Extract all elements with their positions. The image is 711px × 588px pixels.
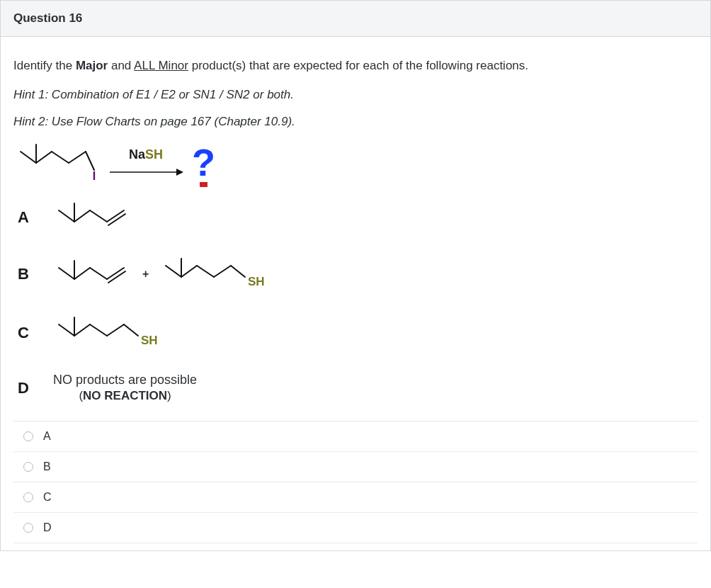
svg-line-31 — [124, 324, 138, 336]
svg-line-26 — [59, 324, 74, 336]
choice-A-content — [53, 199, 131, 234]
choice-C: C SH — [18, 313, 698, 352]
no-reaction-line2: (NO REACTION) — [53, 388, 197, 404]
choice-letter: A — [18, 205, 53, 229]
svg-line-17 — [90, 268, 107, 279]
radio-icon[interactable] — [23, 431, 33, 441]
reagent-na: Na — [129, 147, 145, 162]
choice-B: B + — [18, 254, 698, 293]
alkene-structure — [53, 256, 131, 292]
alkene-structure — [53, 199, 131, 234]
svg-line-0 — [21, 152, 36, 163]
choice-B-content: + SH — [53, 254, 266, 293]
substrate-structure: I — [15, 139, 100, 185]
question-body: Identify the Major and ALL Minor product… — [1, 37, 710, 551]
svg-line-4 — [69, 152, 86, 163]
choice-C-content: SH — [53, 313, 166, 352]
no-reaction-line1: NO products are possible — [53, 372, 197, 388]
prompt-text: and — [108, 59, 134, 72]
svg-line-15 — [74, 268, 90, 279]
radio-icon[interactable] — [23, 492, 33, 502]
hint-text: : Use Flow Charts on page 167 (Chapter 1… — [45, 115, 295, 128]
svg-line-9 — [74, 210, 90, 222]
svg-line-11 — [90, 210, 107, 222]
product-placeholder: ? — [192, 143, 215, 181]
svg-line-8 — [59, 210, 74, 222]
answer-option-A[interactable]: A — [13, 422, 698, 452]
prompt-text: Identify the — [13, 59, 76, 72]
sh-label: SH — [141, 334, 158, 347]
choice-D-content: NO products are possible (NO REACTION) — [53, 372, 197, 404]
no-reaction-text: NO products are possible (NO REACTION) — [53, 372, 197, 404]
svg-line-1 — [36, 152, 52, 163]
svg-line-25 — [231, 266, 245, 277]
svg-line-3 — [52, 152, 69, 163]
svg-line-14 — [59, 268, 74, 279]
choice-letter: C — [18, 321, 53, 344]
option-label: C — [43, 489, 52, 506]
hint-2: Hint 2: Use Flow Charts on page 167 (Cha… — [13, 113, 698, 131]
arrow-icon — [107, 166, 185, 179]
svg-line-5 — [86, 152, 94, 170]
reaction-arrow-block: NaSH — [107, 145, 185, 179]
svg-marker-7 — [176, 169, 183, 176]
choice-D: D NO products are possible (NO REACTION) — [18, 372, 698, 404]
prompt-major: Major — [76, 59, 108, 72]
svg-line-29 — [90, 324, 107, 336]
reaction-scheme: I NaSH ? — [15, 139, 698, 185]
radio-icon[interactable] — [23, 523, 33, 533]
hint-1: Hint 1: Combination of E1 / E2 or SN1 / … — [13, 86, 698, 104]
option-label: D — [43, 519, 52, 536]
plus-sign: + — [142, 266, 149, 283]
answer-option-C[interactable]: C — [13, 482, 698, 513]
leaving-group-label: I — [93, 170, 96, 182]
svg-line-21 — [181, 266, 197, 277]
answer-option-D[interactable]: D — [13, 513, 698, 543]
question-card: Question 16 Identify the Major and ALL M… — [0, 0, 711, 551]
choice-A: A — [18, 199, 698, 234]
thiol-structure: SH — [53, 313, 166, 352]
answer-options-list: A B C D — [13, 421, 698, 543]
svg-line-30 — [107, 324, 124, 336]
reagent-label: NaSH — [129, 145, 163, 164]
thiol-structure: SH — [160, 254, 266, 293]
option-label: A — [43, 428, 51, 445]
question-prompt: Identify the Major and ALL Minor product… — [13, 57, 698, 75]
prompt-minor: ALL Minor — [134, 59, 188, 72]
prompt-text: product(s) that are expected for each of… — [188, 59, 528, 72]
reagent-sh: SH — [145, 147, 163, 162]
svg-line-23 — [197, 266, 214, 277]
choice-images: A — [18, 199, 698, 404]
hint-text: : Combination of E1 / E2 or SN1 / SN2 or… — [45, 88, 294, 101]
answer-option-B[interactable]: B — [13, 452, 698, 482]
option-label: B — [43, 458, 51, 475]
sh-label: SH — [248, 275, 265, 288]
hint-label: Hint 1 — [13, 88, 45, 101]
svg-line-27 — [74, 324, 90, 336]
choice-letter: D — [18, 376, 53, 400]
question-header: Question 16 — [1, 0, 710, 37]
question-title: Question 16 — [13, 11, 82, 25]
hint-label: Hint 2 — [13, 115, 45, 128]
svg-line-24 — [214, 266, 231, 277]
choice-letter: B — [18, 262, 53, 285]
svg-line-20 — [166, 266, 181, 277]
radio-icon[interactable] — [23, 462, 33, 472]
